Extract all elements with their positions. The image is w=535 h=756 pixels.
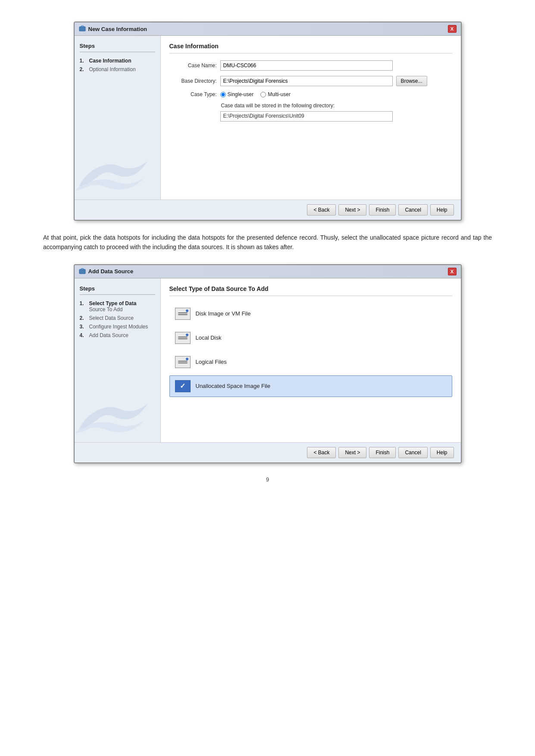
- base-dir-row: Base Directory: Browse...: [169, 76, 452, 86]
- steps-watermark: [75, 144, 156, 195]
- case-name-row: Case Name:: [169, 60, 452, 71]
- logical-files-option[interactable]: Logical Files: [169, 351, 452, 373]
- dialog1-body: Steps 1. Case Information 2. Optional In…: [75, 36, 461, 200]
- local-disk-icon: [175, 332, 191, 344]
- finish-button-1[interactable]: Finish: [369, 204, 396, 216]
- dialog2-title: Add Data Source: [79, 268, 134, 275]
- help-button-1[interactable]: Help: [430, 204, 454, 216]
- logical-files-label: Logical Files: [196, 359, 227, 365]
- new-case-dialog: New Case Information X Steps 1. Case Inf…: [74, 22, 462, 221]
- case-dir-path-display: E:\Projects\Digital Forensics\Unit09: [220, 111, 393, 122]
- dialog2-close-button[interactable]: X: [448, 268, 457, 275]
- dialog1-content-title: Case Information: [169, 43, 452, 53]
- dialog1-titlebar: New Case Information X: [75, 22, 461, 36]
- case-dir-info-text: Case data will be stored in the followin…: [221, 103, 452, 109]
- cancel-button-2[interactable]: Cancel: [398, 447, 427, 458]
- local-disk-option[interactable]: Local Disk: [169, 327, 452, 349]
- dialog2-steps-panel: Steps 1. Select Type of Data Source To A…: [75, 278, 161, 442]
- next-button-1[interactable]: Next >: [338, 204, 366, 216]
- svg-rect-0: [79, 27, 85, 31]
- svg-rect-3: [81, 269, 84, 270]
- description-paragraph: At that point, pick the data hotspots fo…: [43, 233, 492, 252]
- back-button-1[interactable]: < Back: [307, 204, 336, 216]
- dialog2-footer: < Back Next > Finish Cancel Help: [75, 442, 461, 462]
- dialog1-step-1: 1. Case Information: [80, 56, 155, 65]
- unallocated-space-label: Unallocated Space Image File: [196, 383, 270, 389]
- svg-rect-1: [81, 26, 84, 27]
- dialog2-steps-title: Steps: [80, 285, 155, 295]
- case-icon: [79, 25, 86, 32]
- local-disk-label: Local Disk: [196, 334, 222, 341]
- dialog2-step-1: 1. Select Type of Data Source To Add: [80, 299, 155, 314]
- case-type-radio-group: Single-user Multi-user: [220, 91, 291, 97]
- unallocated-space-option[interactable]: Unallocated Space Image File: [169, 375, 452, 397]
- add-source-icon: [79, 268, 86, 275]
- browse-button[interactable]: Browse...: [396, 76, 427, 86]
- dialog2-step-4: 4. Add Data Source: [80, 331, 155, 340]
- dialog1-close-button[interactable]: X: [448, 25, 457, 33]
- disk-image-icon: [175, 308, 191, 320]
- dialog1-step-2: 2. Optional Information: [80, 65, 155, 74]
- base-dir-label: Base Directory:: [169, 78, 217, 84]
- dialog1-footer: < Back Next > Finish Cancel Help: [75, 200, 461, 220]
- dialog2-step-2: 2. Select Data Source: [80, 314, 155, 322]
- case-dir-path-row: E:\Projects\Digital Forensics\Unit09: [169, 111, 452, 122]
- dialog2-titlebar: Add Data Source X: [75, 265, 461, 278]
- unallocated-space-icon: [175, 380, 191, 392]
- disk-image-option[interactable]: Disk Image or VM File: [169, 303, 452, 325]
- disk-image-label: Disk Image or VM File: [196, 310, 251, 317]
- back-button-2[interactable]: < Back: [307, 447, 336, 458]
- page-number: 9: [26, 476, 509, 483]
- add-data-source-dialog: Add Data Source X Steps 1. Select Type o…: [74, 264, 462, 463]
- finish-button-2[interactable]: Finish: [369, 447, 396, 458]
- next-button-2[interactable]: Next >: [338, 447, 366, 458]
- dialog1-content-panel: Case Information Case Name: Base Directo…: [161, 36, 461, 200]
- multi-user-radio[interactable]: Multi-user: [260, 91, 291, 97]
- dialog2-content-title: Select Type of Data Source To Add: [169, 285, 452, 296]
- single-user-radio[interactable]: Single-user: [220, 91, 254, 97]
- help-button-2[interactable]: Help: [430, 447, 454, 458]
- dialog1-steps-title: Steps: [80, 43, 155, 52]
- case-type-row: Case Type: Single-user Multi-user: [169, 91, 452, 97]
- svg-rect-2: [79, 269, 85, 274]
- case-type-label: Case Type:: [169, 91, 217, 97]
- steps-watermark-2: [75, 386, 156, 438]
- dialog1-title: New Case Information: [79, 25, 147, 32]
- case-name-label: Case Name:: [169, 62, 217, 69]
- dialog2-content-panel: Select Type of Data Source To Add Disk I…: [161, 278, 461, 442]
- base-dir-input[interactable]: [220, 76, 393, 86]
- dialog2-body: Steps 1. Select Type of Data Source To A…: [75, 278, 461, 442]
- logical-files-icon: [175, 356, 191, 368]
- dialog2-step-3: 3. Configure Ingest Modules: [80, 322, 155, 331]
- cancel-button-1[interactable]: Cancel: [398, 204, 427, 216]
- case-name-input[interactable]: [220, 60, 393, 71]
- dialog1-steps-panel: Steps 1. Case Information 2. Optional In…: [75, 36, 161, 200]
